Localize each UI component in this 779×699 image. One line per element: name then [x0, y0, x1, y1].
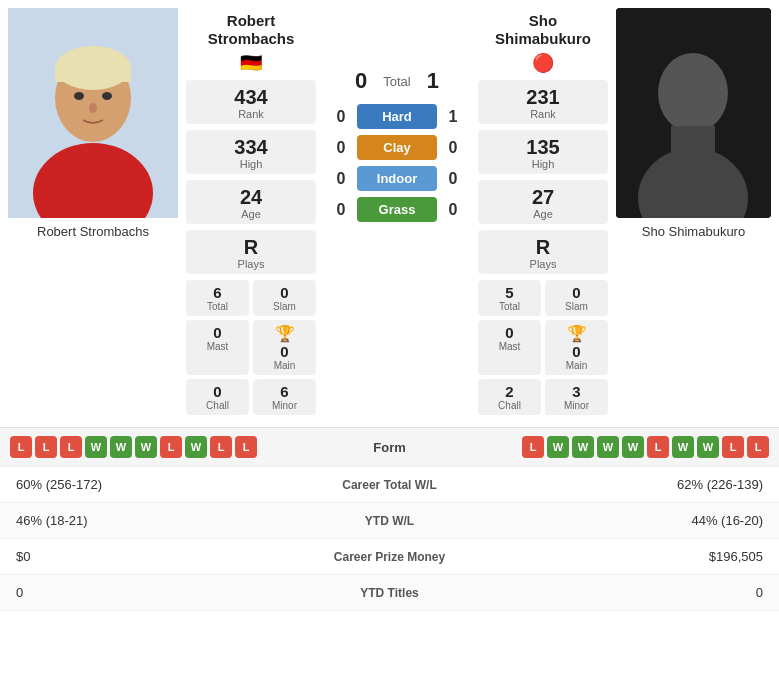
svg-rect-5 [55, 66, 131, 82]
form-badge-left-w: W [85, 436, 107, 458]
form-badge-left-w: W [135, 436, 157, 458]
form-badge-right-l: L [747, 436, 769, 458]
form-badge-left-l: L [235, 436, 257, 458]
left-rank-box: 434 Rank [186, 80, 316, 124]
form-badge-right-w: W [597, 436, 619, 458]
stat-right-2: $196,505 [480, 549, 764, 564]
right-player-stats: ShoShimabukuro 🔴 231 Rank 135 High 27 Ag… [478, 8, 608, 419]
left-trophy-icon: 🏆 [275, 324, 295, 343]
right-form-badges: LWWWWLWWLL [440, 436, 770, 458]
stats-rows: 60% (256-172) Career Total W/L 62% (226-… [0, 467, 779, 611]
right-plays-label: Plays [482, 258, 604, 270]
right-rank-value: 231 [482, 86, 604, 108]
stat-label-3: YTD Titles [300, 586, 480, 600]
form-badge-left-w: W [185, 436, 207, 458]
right-main-box: 🏆 0 Main [545, 320, 608, 375]
players-top-row: Robert Strombachs RobertStrombachs 🇩🇪 43… [0, 0, 779, 419]
main-container: Robert Strombachs RobertStrombachs 🇩🇪 43… [0, 0, 779, 611]
left-age-value: 24 [190, 186, 312, 208]
total-label: Total [383, 74, 410, 89]
stat-right-3: 0 [480, 585, 764, 600]
svg-point-7 [102, 92, 112, 100]
left-minor-box: 6 Minor [253, 379, 316, 415]
form-badge-right-w: W [697, 436, 719, 458]
stat-row-2: $0 Career Prize Money $196,505 [0, 539, 779, 575]
left-main-box: 🏆 0 Main [253, 320, 316, 375]
surface-right-score: 1 [445, 108, 461, 126]
right-chall-box: 2 Chall [478, 379, 541, 415]
right-main-label: Main [566, 360, 588, 371]
left-slam-value: 0 [255, 284, 314, 301]
right-total-box: 5 Total [478, 280, 541, 316]
form-row: LLLWWWLWLL Form LWWWWLWWLL [0, 428, 779, 467]
left-minor-value: 6 [255, 383, 314, 400]
stat-left-1: 46% (18-21) [16, 513, 300, 528]
right-mast-box: 0 Mast [478, 320, 541, 375]
left-chall-label: Chall [188, 400, 247, 411]
surface-row-clay: 0 Clay 0 [333, 135, 461, 160]
left-slam-label: Slam [255, 301, 314, 312]
stat-row-0: 60% (256-172) Career Total W/L 62% (226-… [0, 467, 779, 503]
left-mini-grid: 6 Total 0 Slam [186, 280, 316, 316]
right-rank-box: 231 Rank [478, 80, 608, 124]
right-rank-label: Rank [482, 108, 604, 120]
left-plays-label: Plays [190, 258, 312, 270]
left-age-box: 24 Age [186, 180, 316, 224]
right-mini-grid2: 0 Mast 🏆 0 Main [478, 320, 608, 375]
left-total-value: 6 [188, 284, 247, 301]
form-label: Form [340, 440, 440, 455]
svg-point-6 [74, 92, 84, 100]
form-badge-left-l: L [60, 436, 82, 458]
left-high-label: High [190, 158, 312, 170]
left-rank-label: Rank [190, 108, 312, 120]
right-minor-value: 3 [547, 383, 606, 400]
left-player-silhouette [8, 8, 178, 218]
right-player-name-below: Sho Shimabukuro [640, 218, 747, 241]
stat-label-2: Career Prize Money [300, 550, 480, 564]
stat-left-2: $0 [16, 549, 300, 564]
right-minor-label: Minor [547, 400, 606, 411]
left-mini-grid2: 0 Mast 🏆 0 Main [186, 320, 316, 375]
stat-right-1: 44% (16-20) [480, 513, 764, 528]
total-row: 0 Total 1 [355, 8, 439, 94]
right-mast-value: 0 [480, 324, 539, 341]
left-slam-box: 0 Slam [253, 280, 316, 316]
right-mini-grid: 5 Total 0 Slam [478, 280, 608, 316]
surface-right-score: 0 [445, 170, 461, 188]
stat-left-0: 60% (256-172) [16, 477, 300, 492]
stat-right-0: 62% (226-139) [480, 477, 764, 492]
form-badge-right-l: L [522, 436, 544, 458]
left-chall-box: 0 Chall [186, 379, 249, 415]
surface-left-score: 0 [333, 170, 349, 188]
right-player-photo [616, 8, 771, 218]
left-form-badges: LLLWWWLWLL [10, 436, 340, 458]
surface-right-score: 0 [445, 139, 461, 157]
right-minor-box: 3 Minor [545, 379, 608, 415]
surface-badge-clay: Clay [357, 135, 437, 160]
left-total-score: 0 [355, 68, 367, 94]
left-high-box: 334 High [186, 130, 316, 174]
form-badge-right-w: W [547, 436, 569, 458]
form-badge-left-l: L [210, 436, 232, 458]
left-mini-grid3: 0 Chall 6 Minor [186, 379, 316, 415]
stat-left-3: 0 [16, 585, 300, 600]
right-plays-value: R [482, 236, 604, 258]
left-plays-box: R Plays [186, 230, 316, 274]
left-player-flag: 🇩🇪 [186, 52, 316, 74]
right-total-label: Total [480, 301, 539, 312]
left-age-label: Age [190, 208, 312, 220]
form-badge-left-w: W [110, 436, 132, 458]
surface-badge-hard: Hard [357, 104, 437, 129]
left-player-name-below: Robert Strombachs [35, 218, 151, 241]
form-badge-right-w: W [572, 436, 594, 458]
right-main-value: 0 [572, 343, 580, 360]
form-badge-right-w: W [672, 436, 694, 458]
right-player-silhouette [616, 8, 771, 218]
left-main-label: Main [274, 360, 296, 371]
svg-rect-12 [671, 126, 715, 156]
right-age-box: 27 Age [478, 180, 608, 224]
left-mast-value: 0 [188, 324, 247, 341]
left-player-header: RobertStrombachs [186, 8, 316, 50]
right-slam-value: 0 [547, 284, 606, 301]
right-total-score: 1 [427, 68, 439, 94]
